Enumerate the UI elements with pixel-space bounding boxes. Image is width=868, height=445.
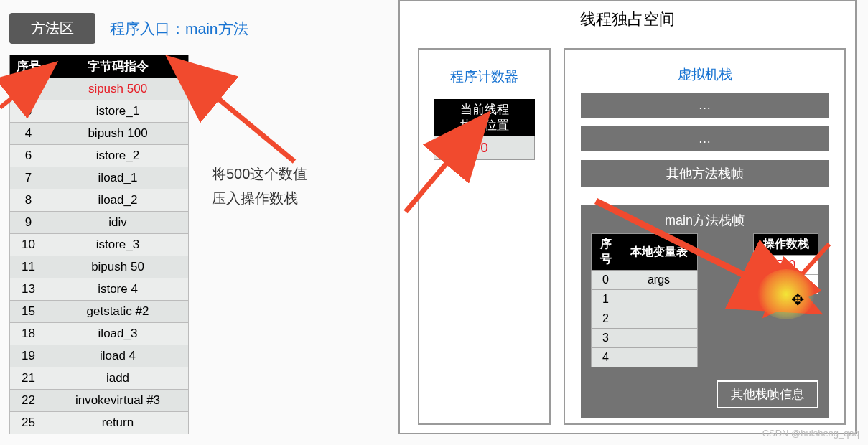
- bytecode-seq: 6: [10, 145, 47, 167]
- bytecode-instr: istore_2: [47, 145, 189, 167]
- bytecode-instr: idiv: [47, 212, 189, 234]
- local-var: [620, 329, 698, 348]
- bytecode-row: 15getstatic #2: [10, 301, 189, 323]
- local-seq: 3: [592, 329, 620, 348]
- stack-slot-other-frame: 其他方法栈帧: [581, 160, 829, 187]
- bytecode-row: 11bipush 50: [10, 256, 189, 278]
- bytecode-instr: bipush 50: [47, 256, 189, 278]
- thread-space-title: 线程独占空间: [400, 9, 855, 30]
- bytecode-row: 3istore_1: [10, 100, 189, 123]
- bytecode-row: 21iadd: [10, 367, 189, 390]
- bytecode-seq: 10: [10, 234, 47, 256]
- note-line: 将500这个数值: [212, 161, 307, 186]
- method-area-header: 方法区 程序入口：main方法: [9, 13, 318, 44]
- local-var: [620, 309, 698, 329]
- col-seq: 序号: [10, 55, 47, 78]
- local-var-row: 0args: [592, 271, 698, 290]
- bytecode-instr: istore_1: [47, 100, 189, 123]
- bytecode-row: 22invokevirtual #3: [10, 390, 189, 412]
- method-area-panel: 方法区 程序入口：main方法 序号 字节码指令 0sipush 5003ist…: [9, 13, 318, 434]
- bytecode-row: 25return: [10, 412, 189, 434]
- bytecode-row: 18iload_3: [10, 323, 189, 345]
- vm-stack-label: 虚拟机栈: [565, 65, 844, 84]
- program-counter-area: 程序计数器 当前线程 执行位置 0: [418, 48, 551, 425]
- local-var: [620, 348, 698, 367]
- bytecode-instr: iload_1: [47, 167, 189, 189]
- bytecode-row: 10istore_3: [10, 234, 189, 256]
- local-var-row: 3: [592, 329, 698, 348]
- bytecode-instr: iload 4: [47, 345, 189, 367]
- bytecode-seq: 7: [10, 167, 47, 189]
- bytecode-row: 0sipush 500: [10, 78, 189, 100]
- pc-head-line: 执行位置: [460, 118, 509, 132]
- bytecode-instr: return: [47, 412, 189, 434]
- stack-slot-ellipsis: …: [581, 126, 829, 151]
- bytecode-row: 6istore_2: [10, 145, 189, 167]
- bytecode-seq: 15: [10, 301, 47, 323]
- local-col-seq: 序号: [592, 234, 620, 271]
- bytecode-seq: 22: [10, 390, 47, 412]
- bytecode-table: 序号 字节码指令 0sipush 5003istore_14bipush 100…: [9, 55, 189, 434]
- method-area-tab: 方法区: [9, 13, 95, 44]
- local-seq: 1: [592, 290, 620, 309]
- bytecode-instr: iadd: [47, 367, 189, 390]
- bytecode-instr: iload_3: [47, 323, 189, 345]
- bytecode-row: 13istore 4: [10, 278, 189, 301]
- bytecode-seq: 21: [10, 367, 47, 390]
- pc-label: 程序计数器: [419, 67, 549, 86]
- bytecode-row: 8iload_2: [10, 189, 189, 212]
- bytecode-row: 7iload_1: [10, 167, 189, 189]
- other-frame-info: 其他栈帧信息: [717, 380, 818, 408]
- bytecode-row: 19iload 4: [10, 345, 189, 367]
- bytecode-seq: 13: [10, 278, 47, 301]
- bytecode-instr: invokevirtual #3: [47, 390, 189, 412]
- bytecode-seq: 11: [10, 256, 47, 278]
- local-var-row: 1: [592, 290, 698, 309]
- local-var: args: [620, 271, 698, 290]
- local-col-var: 本地变量表: [620, 234, 698, 271]
- move-cursor-icon: ✥: [791, 291, 804, 309]
- local-seq: 4: [592, 348, 620, 367]
- highlight-spot: [757, 269, 815, 319]
- local-var-row: 2: [592, 309, 698, 329]
- local-seq: 0: [592, 271, 620, 290]
- local-var: [620, 290, 698, 309]
- bytecode-instr: istore 4: [47, 278, 189, 301]
- bytecode-instr: iload_2: [47, 189, 189, 212]
- pc-box-header: 当前线程 执行位置: [434, 99, 535, 136]
- bytecode-seq: 18: [10, 323, 47, 345]
- pc-box: 当前线程 执行位置 0: [434, 99, 535, 160]
- bytecode-instr: getstatic #2: [47, 301, 189, 323]
- local-var-row: 4: [592, 348, 698, 367]
- watermark: CSDN @huisheng_qaq: [762, 428, 859, 439]
- op-col-header: 操作数栈: [754, 234, 818, 256]
- bytecode-instr: sipush 500: [47, 78, 189, 100]
- main-frame-title: main方法栈帧: [591, 212, 818, 229]
- instruction-note: 将500这个数值 压入操作数栈: [212, 161, 307, 210]
- pc-head-line: 当前线程: [460, 103, 509, 116]
- bytecode-seq: 19: [10, 345, 47, 367]
- local-seq: 2: [592, 309, 620, 329]
- note-line: 压入操作数栈: [212, 186, 307, 210]
- bytecode-seq: 0: [10, 78, 47, 100]
- bytecode-row: 4bipush 100: [10, 123, 189, 145]
- vm-stack-area: 虚拟机栈 … … 其他方法栈帧 main方法栈帧 序号 本地变量表 0args1…: [564, 48, 846, 425]
- bytecode-seq: 8: [10, 189, 47, 212]
- stack-slot-ellipsis: …: [581, 93, 829, 118]
- pc-value: 0: [434, 136, 535, 160]
- bytecode-seq: 9: [10, 212, 47, 234]
- entry-point-label: 程序入口：main方法: [110, 19, 248, 39]
- bytecode-instr: istore_3: [47, 234, 189, 256]
- bytecode-instr: bipush 100: [47, 123, 189, 145]
- bytecode-row: 9idiv: [10, 212, 189, 234]
- thread-exclusive-space: 线程独占空间 程序计数器 当前线程 执行位置 0 虚拟机栈 … … 其他方法栈帧…: [398, 0, 857, 434]
- bytecode-seq: 4: [10, 123, 47, 145]
- bytecode-seq: 3: [10, 100, 47, 123]
- bytecode-seq: 25: [10, 412, 47, 434]
- col-instr: 字节码指令: [47, 55, 189, 78]
- local-var-table: 序号 本地变量表 0args1 2 3 4: [591, 233, 698, 367]
